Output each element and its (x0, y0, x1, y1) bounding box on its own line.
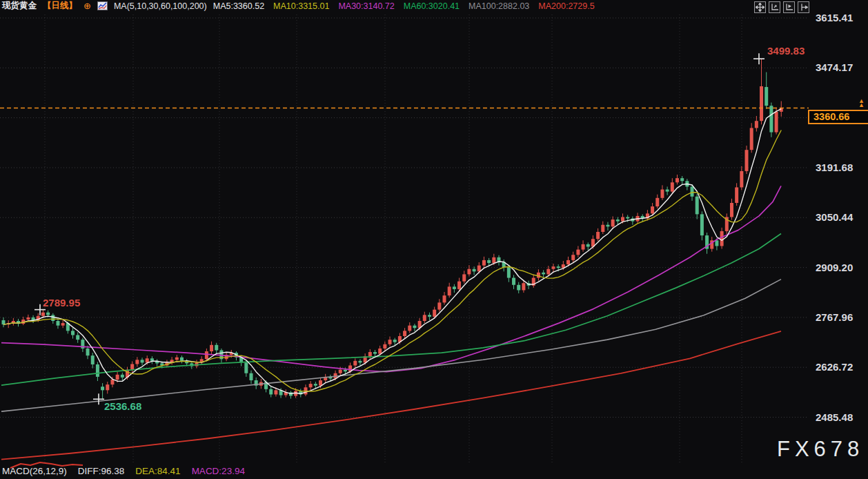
period-label: 【日线】 (43, 0, 77, 12)
ma-value: MA100:2882.03 (468, 1, 529, 11)
crosshair-move-icon[interactable] (754, 1, 766, 13)
ma-value: MA60:3020.41 (404, 1, 460, 11)
axis-price-label: 2909.20 (816, 262, 853, 273)
axis-price-label: 2626.72 (816, 361, 853, 373)
ma-value: MA10:3315.01 (273, 1, 329, 11)
axis-price-label: 2485.48 (816, 411, 853, 423)
macd-footer-item: MACD(26,12,9) (2, 466, 67, 476)
axis-price-label: 3191.68 (816, 162, 853, 173)
expand-icon[interactable]: ⊕ (83, 1, 91, 10)
last-price-value: 3360.66 (813, 111, 849, 122)
ma-value: MA5:3360.52 (213, 1, 264, 11)
chart-header: 现货黄金 【日线】 ⊕ MA(5,10,30,60,100,200) MA5:3… (0, 0, 595, 12)
price-annotation: 2536.68 (104, 400, 141, 412)
macd-footer-item: DEA:84.41 (135, 466, 180, 476)
macd-footer: MACD(26,12,9)DIFF:96.38DEA:84.41MACD:23.… (2, 466, 245, 476)
price-annotation: 2789.95 (43, 297, 80, 309)
last-price-box: 3360.66 (808, 110, 868, 124)
price-annotation: 3499.83 (767, 45, 805, 57)
watermark: FX678 (777, 437, 864, 462)
ma-value: MA30:3140.72 (338, 1, 394, 11)
axis-price-label: 3050.44 (816, 211, 853, 223)
zoom-y-axis-icon[interactable] (769, 1, 780, 13)
axis-price-label: 3615.41 (816, 12, 853, 23)
symbol-name: 现货黄金 (2, 0, 37, 12)
axis-price-label: 2767.96 (816, 311, 853, 323)
chart-toolbar (754, 1, 809, 13)
macd-footer-item: DIFF:96.38 (78, 466, 125, 476)
ma-values-row: MA5:3360.52MA10:3315.01MA30:3140.72MA60:… (213, 1, 595, 11)
ma-value: MA200:2729.5 (538, 1, 594, 11)
pan-chart-icon[interactable] (798, 1, 809, 13)
price-up-arrow-icon: ▲▲ (858, 99, 865, 107)
chart-style-icon[interactable] (97, 1, 108, 10)
zoom-x-axis-icon[interactable] (783, 1, 795, 13)
macd-footer-item: MACD:23.94 (192, 466, 245, 476)
axis-price-label: 3474.17 (816, 61, 853, 73)
ma-settings-label: MA(5,10,30,60,100,200) (114, 1, 207, 11)
